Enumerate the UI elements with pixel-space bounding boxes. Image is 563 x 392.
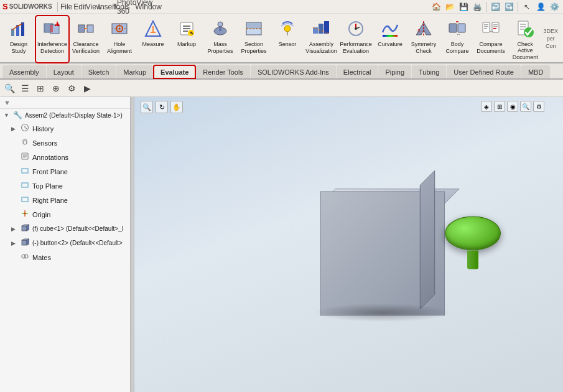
svg-marker-77 [27, 225, 29, 231]
tree-item-mates[interactable]: Mates [0, 250, 130, 264]
vp-view-icon1[interactable]: ◈ [481, 101, 492, 112]
viewport-top-right: ◈ ⊞ ◉ 🔍 ⚙ [481, 101, 544, 112]
check-active-document-icon [514, 17, 536, 40]
home-icon[interactable]: 🏠 [430, 1, 442, 12]
tree-view-icon[interactable]: ⊞ [34, 82, 47, 95]
green-knob [445, 216, 501, 269]
menu-insert[interactable]: Insert [101, 1, 114, 12]
curvature-icon [379, 17, 401, 40]
toolbar-measure[interactable]: Measure [137, 16, 169, 62]
tree-item-sensors[interactable]: Sensors [0, 136, 130, 150]
toolbar-symmetry-check[interactable]: S Symmetry Check [407, 16, 440, 62]
redo-icon[interactable]: ↪️ [503, 1, 515, 12]
history-icon [20, 123, 30, 134]
undo-icon[interactable]: ↩️ [489, 1, 501, 12]
toolbar-compare-documents[interactable]: ↔ Compare Documents [475, 16, 507, 62]
menu-window[interactable]: Window [142, 1, 155, 12]
tab-layout[interactable]: Layout [47, 65, 81, 78]
svg-rect-39 [383, 35, 398, 37]
vp-view-icon5[interactable]: ⚙ [533, 101, 544, 112]
tab-sketch[interactable]: Sketch [81, 65, 116, 78]
tab-mbd[interactable]: MBD [521, 65, 550, 78]
cursor-icon[interactable]: ↖ [521, 1, 533, 12]
toolbar-interference-detection[interactable]: ! Interference Detection [36, 16, 68, 62]
tab-evaluate[interactable]: Evaluate [154, 65, 195, 78]
toolbar-body-compare[interactable]: ↔ Body Compare [441, 16, 473, 62]
settings-icon[interactable]: ⚙️ [548, 1, 561, 12]
toolbar-sensor[interactable]: Sensor [271, 16, 304, 62]
symmetry-check-label: Symmetry Check [411, 41, 437, 55]
tab-piping[interactable]: Piping [378, 65, 411, 78]
toolbar-curvature[interactable]: Curvature [374, 16, 406, 62]
print-icon[interactable]: 🖨️ [471, 1, 483, 12]
toolbar-check-active-document[interactable]: Check Active Document [508, 16, 542, 62]
tree-root[interactable]: ▼ 🔧 Assem2 (Default<Display State-1>) [0, 109, 130, 121]
user-icon[interactable]: 👤 [534, 1, 547, 12]
tab-electrical[interactable]: Electrical [337, 65, 378, 78]
top-plane-arrow [11, 183, 17, 189]
open-icon[interactable]: 📂 [444, 1, 456, 12]
toolbar-section-properties[interactable]: Section Properties [238, 16, 270, 62]
body-compare-icon: ↔ [446, 17, 468, 40]
sensor-icon [276, 17, 299, 40]
tree-item-annotations[interactable]: Annotations [0, 150, 130, 164]
toolbar-markup[interactable]: ✎ Markup [170, 16, 203, 62]
toolbar-hole-alignment[interactable]: Hole Alignment [103, 16, 136, 62]
toolbar-assembly-visualization[interactable]: Assembly Visualization [305, 16, 338, 62]
crosshair-icon[interactable]: ⊕ [49, 82, 63, 95]
menu-edit[interactable]: Edit [74, 1, 86, 12]
tree-item-cube[interactable]: ▶ (f) cube<1> (Default<<Default>_I [0, 222, 130, 236]
sensors-label: Sensors [32, 139, 57, 147]
section-properties-icon [243, 17, 265, 40]
toolbar-design-study[interactable]: Design Study [2, 16, 35, 62]
svg-line-63 [25, 128, 27, 129]
tab-bar: Assembly Layout Sketch Markup Evaluate R… [0, 63, 563, 80]
measure-icon [142, 17, 164, 40]
top-plane-icon [20, 180, 30, 191]
3d-viewport[interactable]: 🔍 ↻ ✋ ◈ ⊞ ◉ 🔍 ⚙ [134, 97, 563, 392]
design-study-label: Design Study [10, 41, 27, 55]
svg-text:↔: ↔ [456, 32, 461, 37]
performance-evaluation-label: Performance Evaluation [340, 41, 372, 55]
mass-properties-label: Mass Properties [207, 41, 233, 55]
tab-markup[interactable]: Markup [116, 65, 153, 78]
save-icon[interactable]: 💾 [457, 1, 470, 12]
menu-bar: S SOLIDWORKS File Edit View Insert Tools… [0, 0, 563, 14]
history-label: History [32, 125, 54, 133]
tree-item-top-plane[interactable]: Top Plane [0, 179, 130, 193]
vp-view-icon2[interactable]: ⊞ [494, 101, 505, 112]
right-plane-arrow [11, 197, 17, 203]
svg-rect-48 [484, 24, 488, 26]
tree-item-front-plane[interactable]: Front Plane [0, 164, 130, 179]
front-plane-arrow [11, 169, 17, 175]
tree-item-history[interactable]: ▶ History [0, 121, 130, 136]
body-compare-label: Body Compare [446, 41, 469, 55]
tab-assembly[interactable]: Assembly [2, 65, 46, 78]
expand-icon[interactable]: ▶ [80, 82, 94, 95]
hole-alignment-label: Hole Alignment [107, 41, 132, 55]
tab-solidworks-addins[interactable]: SOLIDWORKS Add-Ins [251, 65, 336, 78]
vp-view-icon3[interactable]: ◉ [507, 101, 518, 112]
toolbar-performance-evaluation[interactable]: Performance Evaluation [339, 16, 373, 62]
settings-tree-icon[interactable]: ⚙ [65, 82, 78, 95]
annotations-icon [20, 152, 30, 162]
svg-rect-50 [484, 28, 487, 29]
tab-render-tools[interactable]: Render Tools [196, 65, 250, 78]
filter-icon[interactable]: 🔍 [2, 82, 16, 95]
list-view-icon[interactable]: ☰ [18, 82, 32, 95]
tree-item-right-plane[interactable]: Right Plane [0, 193, 130, 207]
viewport-toolbar: 🔍 ↻ ✋ [141, 101, 183, 113]
vp-view-icon4[interactable]: 🔍 [520, 101, 531, 112]
tab-tubing[interactable]: Tubing [412, 65, 446, 78]
toolbar-mass-properties[interactable]: Mass Properties [204, 16, 236, 62]
svg-rect-30 [246, 22, 261, 29]
vp-zoom-icon[interactable]: 🔍 [141, 101, 153, 113]
vp-pan-icon[interactable]: ✋ [170, 101, 183, 113]
tree-item-origin[interactable]: Origin [0, 207, 130, 222]
toolbar-clearance-verification[interactable]: ↔ Clearance Verification [70, 16, 102, 62]
menu-file[interactable]: File [60, 1, 73, 12]
mass-properties-icon [209, 17, 231, 40]
tree-item-button[interactable]: ▶ (-) button<2> (Default<<Default> [0, 236, 130, 250]
tab-user-defined-route[interactable]: User Defined Route [447, 65, 521, 78]
vp-rotate-icon[interactable]: ↻ [156, 101, 168, 113]
